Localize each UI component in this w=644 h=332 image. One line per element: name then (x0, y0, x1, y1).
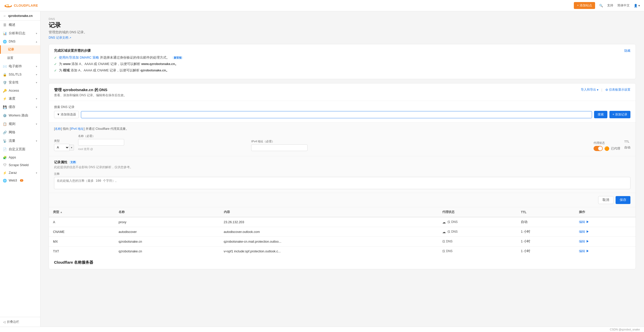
sidebar-item-cache[interactable]: 💾 缓存 ▾ (0, 103, 40, 111)
collapse-sidebar-button[interactable]: ◁ 折叠边栏 (0, 317, 40, 327)
traffic-icon: 📡 (3, 139, 7, 143)
sidebar-item-label: 记录 (8, 47, 14, 52)
edit-button[interactable]: 编辑 ▶ (579, 249, 631, 253)
search-input[interactable] (81, 111, 592, 118)
col-type[interactable]: 类型 ▲ (49, 207, 114, 217)
sidebar-item-label: 缓存 (9, 105, 15, 109)
sidebar-item-custom-pages[interactable]: 📄 自定义页面 (0, 145, 40, 154)
sidebar-item-security[interactable]: 🛡️ 安全性 ▾ (0, 78, 40, 87)
sidebar-item-apps[interactable]: 🧩 Apps (0, 154, 40, 161)
setup-steps-card: 完成区域设置所需的步骤 隐藏 ✓ 使用向导添加 DMARC 策略 并选择未通过身… (49, 44, 636, 79)
sidebar-item-traffic[interactable]: 📡 流量 ▾ (0, 137, 40, 145)
comment-textarea[interactable] (54, 177, 630, 189)
sidebar-item-label: Scrape Shield (9, 163, 29, 167)
manage-dns-card: 管理 qzrobotsnake.cn 的 DNS 查看、添加和编辑 DNS 记录… (49, 83, 636, 269)
sidebar-item-overview[interactable]: ☰ 概述 (0, 21, 40, 29)
back-arrow-icon[interactable]: ← (3, 14, 7, 18)
proxy-switch[interactable] (594, 146, 603, 151)
add-filter-button[interactable]: ▼ 添加筛选器 (54, 111, 79, 118)
chevron-down-icon: ▾ (36, 123, 37, 125)
sidebar-item-dns-records[interactable]: 记录 (0, 45, 40, 54)
dashboard-settings-button[interactable]: ⚙ 仪表板显示设置 (605, 88, 630, 92)
sidebar-item-label: SSL/TLS (9, 73, 22, 76)
type-select[interactable]: A AAAA CNAME MX TXT (54, 144, 69, 151)
svg-point-2 (8, 4, 11, 6)
setup-step-3: ✓ 为 根域 添加 A、AAAA 或 CNAME 记录，以便可以解析 qzrob… (54, 68, 630, 73)
sidebar-item-network[interactable]: 🔗 网络 (0, 128, 40, 137)
sidebar-item-scrape-shield[interactable]: 🛡 Scrape Shield (0, 161, 40, 169)
form-hint: [名称] 指向 [IPv4 地址] 并通过 Cloudflare 代理其流量。 (54, 127, 630, 131)
type-field: 类型 A AAAA CNAME MX TXT ▾ (54, 139, 74, 151)
comment-field: 注释 (54, 172, 630, 189)
ipv4-input[interactable] (251, 144, 308, 151)
domain-selector[interactable]: ← qzrobotsnake.cn (0, 11, 40, 21)
type-select-arrow[interactable]: ▾ (69, 145, 74, 151)
sidebar-item-label: 分析和日志 (9, 31, 25, 36)
page-header: DNS 记录 管理您的域的 DNS 记录。 DNS 记录文档 ↗ (49, 17, 636, 40)
name-label: 名称（必需） (78, 134, 247, 138)
sidebar-item-rules[interactable]: 📋 规则 ▾ (0, 120, 40, 128)
ttl-value: 自动 (624, 144, 630, 151)
scrape-shield-icon: 🛡 (3, 163, 7, 167)
svg-point-3 (6, 5, 8, 6)
sidebar-item-label: 自定义页面 (9, 147, 25, 152)
user-menu[interactable]: 👤 ▾ (634, 4, 640, 7)
search-area: 搜索 DNS 记录 ▼ 添加筛选器 搜索 + 添加记录 (49, 101, 636, 123)
security-icon: 🛡️ (3, 81, 7, 84)
docs-tag[interactable]: 文档 (69, 160, 77, 164)
sidebar-item-speed[interactable]: ⚡ 速度 ▾ (0, 94, 40, 103)
table-row: TXT qzrobotsnake.cn v=spf1 include:spf.p… (49, 247, 636, 256)
add-site-button[interactable]: + 添加站点 (574, 2, 595, 9)
setup-step-2: ✓ 为 www 添加 A、AAAA 或 CNAME 记录，以便可以解析 www.… (54, 62, 630, 66)
sidebar-item-access[interactable]: 🔑 Access (0, 87, 40, 94)
cancel-button[interactable]: 取消 (598, 196, 614, 204)
collapse-setup-link[interactable]: 隐藏 (624, 49, 630, 53)
sidebar-item-workers[interactable]: ⚙️ Workers 路由 (0, 111, 40, 120)
cell-action: 编辑 ▶ (575, 247, 636, 256)
cell-content: v=spf1 include:spf.protection.outlook.c.… (220, 247, 438, 256)
lang-selector[interactable]: 简体中文 (617, 3, 630, 8)
collapse-icon: ◁ (3, 320, 5, 324)
save-button[interactable]: 保存 (616, 196, 630, 204)
import-export-button[interactable]: 导入和导出 ▾ (581, 88, 598, 92)
check-icon: ✓ (54, 62, 57, 66)
cell-content: autodiscover.outlook.com (220, 227, 438, 237)
page-section-label: DNS (49, 17, 636, 20)
cell-proxy: 仅 DNS (438, 247, 517, 256)
cell-type: A (49, 217, 114, 227)
cell-ttl: 1 小时 (517, 247, 575, 256)
support-link[interactable]: 支持 (607, 3, 613, 8)
sidebar-item-analytics[interactable]: 📊 分析和日志 ▾ (0, 29, 40, 38)
edit-button[interactable]: 编辑 ▶ (579, 220, 631, 224)
sidebar-item-email[interactable]: ✉️ 电子邮件 ▾ (0, 62, 40, 71)
docs-link[interactable]: DNS 记录文档 ↗ (49, 36, 71, 40)
workers-icon: ⚙️ (3, 114, 7, 117)
chevron-down-icon: ▾ (36, 172, 37, 174)
setup-card-header: 完成区域设置所需的步骤 隐藏 (54, 48, 630, 53)
ipv4-label: IPv4 地址（必需） (251, 140, 589, 143)
name-input[interactable] (78, 139, 124, 146)
type-label: 类型 (54, 139, 74, 143)
search-icon[interactable]: 🔍 (599, 4, 603, 7)
sidebar-item-ssl[interactable]: 🔒 SSL/TLS ▾ (0, 71, 40, 78)
add-record-button[interactable]: + 添加记录 (609, 111, 630, 118)
sidebar-item-zaraz[interactable]: ⚡ Zaraz ▾ (0, 169, 40, 177)
sidebar-item-dns[interactable]: 🌐 DNS ▴ (0, 38, 40, 45)
cloudflare-logo[interactable]: CLOUDFLARE (4, 3, 38, 8)
toggle-knob (598, 146, 602, 151)
sidebar-item-label: DNS (9, 40, 15, 43)
sidebar-item-web3[interactable]: 🌐 Web3 1 (0, 177, 40, 184)
search-button[interactable]: 搜索 (594, 111, 607, 118)
cell-name: qzrobotsnake.cn (114, 247, 220, 256)
sidebar-item-dns-settings[interactable]: 设置 (0, 54, 40, 62)
type-select-wrap: A AAAA CNAME MX TXT ▾ (54, 144, 74, 151)
proxy-cloud-icon: ☁ (442, 230, 446, 234)
edit-button[interactable]: 编辑 ▶ (579, 239, 631, 244)
sidebar-item-label: 概述 (9, 23, 15, 27)
email-icon: ✉️ (3, 65, 7, 68)
edit-button[interactable]: 编辑 ▶ (579, 230, 631, 234)
cell-name: qzrobotsnake.cn (114, 237, 220, 247)
check-icon: ✓ (54, 69, 57, 72)
sidebar-item-label: 网络 (9, 130, 15, 135)
dmarc-link[interactable]: 使用向导添加 DMARC 策略 (59, 56, 99, 59)
